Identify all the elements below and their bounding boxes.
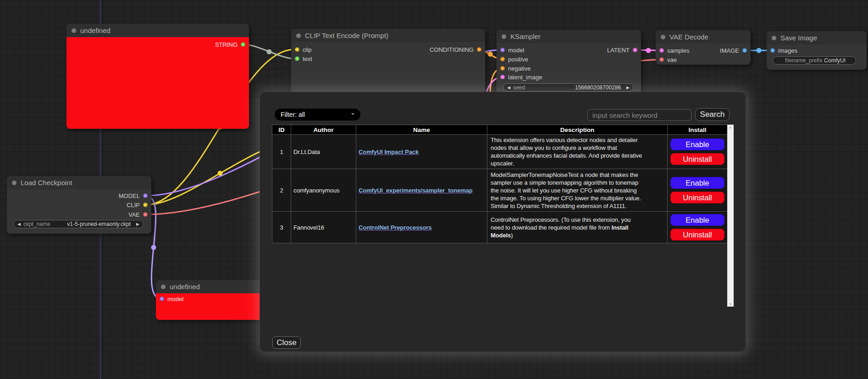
- node-graph-canvas[interactable]: undefined STRING CLIP Text Encode (Promp…: [0, 0, 868, 379]
- input-slot-model[interactable]: model: [500, 46, 524, 54]
- input-slot-samples[interactable]: samples: [659, 46, 689, 55]
- widget-name: seed: [513, 84, 525, 91]
- input-slot-dot[interactable]: [500, 75, 505, 79]
- output-slot-clip[interactable]: CLIP: [127, 201, 148, 209]
- input-slot-dot[interactable]: [659, 48, 664, 53]
- table-header-row: ID Author Name Description Install: [272, 125, 728, 135]
- node-title: Load Checkpoint: [21, 179, 72, 187]
- extension-row: 3 Fannovel16 ControlNet Preprocessors Co…: [272, 212, 728, 243]
- input-slot-dot[interactable]: [295, 56, 299, 61]
- node-undefined-top[interactable]: undefined STRING: [66, 24, 249, 129]
- input-slot-positive[interactable]: positive: [500, 55, 528, 63]
- output-slot-conditioning[interactable]: CONDITIONING: [430, 45, 481, 54]
- uninstall-button[interactable]: Uninstall: [670, 229, 724, 241]
- node-save-image[interactable]: Save Image images filename_prefix ComfyU…: [767, 31, 867, 70]
- output-slot-string[interactable]: STRING: [215, 40, 245, 49]
- output-slot-dot[interactable]: [143, 203, 148, 207]
- widget-decrement-arrow-icon[interactable]: ◀: [507, 86, 510, 90]
- widget-name: ckpt_name: [23, 221, 50, 227]
- output-slot-vae[interactable]: VAE: [128, 210, 148, 219]
- input-slot-model[interactable]: model: [160, 295, 183, 303]
- output-slot-dot[interactable]: [143, 212, 148, 217]
- extension-table: ID Author Name Description Install 1 Dr.…: [272, 125, 728, 243]
- wire-dot: [218, 171, 223, 176]
- output-slot-model[interactable]: MODEL: [119, 192, 148, 200]
- col-header-id: ID: [272, 125, 291, 135]
- node-titlebar[interactable]: undefined: [156, 280, 266, 293]
- node-collapse-dot[interactable]: [502, 34, 506, 39]
- node-titlebar[interactable]: VAE Decode: [656, 30, 751, 44]
- input-slot-clip[interactable]: clip: [295, 45, 312, 54]
- node-undefined-bottom[interactable]: undefined model: [156, 280, 266, 320]
- input-slot-vae[interactable]: vae: [659, 55, 677, 64]
- node-clip-text-encode[interactable]: CLIP Text Encode (Prompt) clip text COND…: [291, 29, 485, 98]
- filename-prefix-widget[interactable]: filename_prefix ComfyUI: [773, 56, 856, 65]
- seed-widget[interactable]: ◀ seed 156680208700286 ▶: [503, 83, 634, 92]
- uninstall-button[interactable]: Uninstall: [670, 192, 724, 203]
- node-load-checkpoint[interactable]: Load Checkpoint MODEL CLIP VAE ◀ ckpt_na…: [7, 176, 151, 234]
- output-slot-dot[interactable]: [633, 48, 637, 52]
- node-titlebar[interactable]: Save Image: [767, 31, 867, 44]
- output-slot-dot[interactable]: [477, 47, 481, 52]
- scrollbar[interactable]: ▲ ▼: [727, 125, 734, 307]
- node-collapse-dot[interactable]: [161, 285, 166, 289]
- input-slot-dot[interactable]: [770, 48, 775, 53]
- input-slot-dot[interactable]: [500, 57, 505, 61]
- input-slot-images[interactable]: images: [770, 46, 797, 55]
- node-titlebar[interactable]: Load Checkpoint: [7, 176, 151, 189]
- ckpt-name-widget[interactable]: ◀ ckpt_name v1-5-pruned-emaonly.ckpt ▶: [13, 220, 144, 228]
- cell-author: comfyanonymous: [291, 169, 356, 212]
- node-title: CLIP Text Encode (Prompt): [305, 32, 388, 39]
- node-collapse-dot[interactable]: [296, 33, 301, 38]
- extension-row: 1 Dr.Lt.Data ComfyUI Impact Pack This ex…: [272, 135, 728, 169]
- input-slot-latent-image[interactable]: latent_image: [500, 73, 542, 81]
- output-slot-dot[interactable]: [742, 48, 747, 53]
- cell-id: 3: [272, 212, 291, 243]
- node-ksampler[interactable]: KSampler model positive negative latent_…: [497, 30, 641, 96]
- input-slot-dot[interactable]: [160, 297, 164, 301]
- enable-button[interactable]: Enable: [670, 138, 724, 150]
- uninstall-button[interactable]: Uninstall: [670, 153, 724, 165]
- output-slot-dot[interactable]: [241, 42, 245, 47]
- node-titlebar[interactable]: KSampler: [497, 30, 641, 43]
- widget-decrement-arrow-icon[interactable]: ◀: [17, 222, 21, 226]
- extension-link[interactable]: ControlNet Preprocessors: [359, 224, 431, 231]
- extension-link[interactable]: ComfyUI Impact Pack: [359, 148, 419, 155]
- input-slot-dot[interactable]: [500, 66, 505, 71]
- cell-id: 1: [272, 135, 291, 169]
- enable-button[interactable]: Enable: [670, 214, 724, 226]
- widget-increment-arrow-icon[interactable]: ▶: [626, 86, 630, 90]
- node-collapse-dot[interactable]: [772, 36, 776, 40]
- output-slot-image[interactable]: IMAGE: [720, 46, 747, 55]
- extension-link[interactable]: ComfyUI_experiments/sampler_tonemap: [359, 187, 473, 194]
- node-titlebar[interactable]: CLIP Text Encode (Prompt): [291, 29, 485, 42]
- enable-button[interactable]: Enable: [670, 177, 724, 189]
- input-slot-dot[interactable]: [659, 57, 664, 62]
- scroll-up-arrow-icon[interactable]: ▲: [729, 126, 732, 129]
- cell-author: Fannovel16: [291, 212, 356, 243]
- node-collapse-dot[interactable]: [72, 28, 76, 33]
- cell-description: ModelSamplerTonemapNoiseTest a node that…: [487, 169, 668, 212]
- input-slot-negative[interactable]: negative: [500, 64, 531, 72]
- filter-select[interactable]: Filter: all: [275, 109, 360, 121]
- input-slot-dot[interactable]: [500, 48, 505, 52]
- filter-select-wrap: Filter: all ⌄: [275, 109, 360, 121]
- node-collapse-dot[interactable]: [12, 181, 17, 185]
- input-slot-dot[interactable]: [295, 47, 299, 52]
- cell-install: Enable Uninstall: [668, 135, 728, 169]
- node-vae-decode[interactable]: VAE Decode samples vae IMAGE: [656, 30, 751, 65]
- search-button[interactable]: Search: [695, 108, 730, 121]
- scroll-down-arrow-icon[interactable]: ▼: [729, 302, 732, 306]
- output-slot-latent[interactable]: LATENT: [607, 46, 637, 54]
- widget-name: filename_prefix: [785, 57, 822, 64]
- input-slot-text[interactable]: text: [295, 55, 312, 63]
- cell-install: Enable Uninstall: [668, 212, 728, 243]
- node-collapse-dot[interactable]: [661, 35, 665, 39]
- output-slot-dot[interactable]: [143, 193, 148, 198]
- close-button[interactable]: Close: [272, 336, 301, 349]
- node-titlebar[interactable]: undefined: [66, 24, 249, 37]
- cell-name: ComfyUI_experiments/sampler_tonemap: [356, 169, 487, 212]
- search-input[interactable]: [587, 109, 691, 121]
- node-title: VAE Decode: [669, 33, 708, 41]
- widget-increment-arrow-icon[interactable]: ▶: [136, 222, 139, 226]
